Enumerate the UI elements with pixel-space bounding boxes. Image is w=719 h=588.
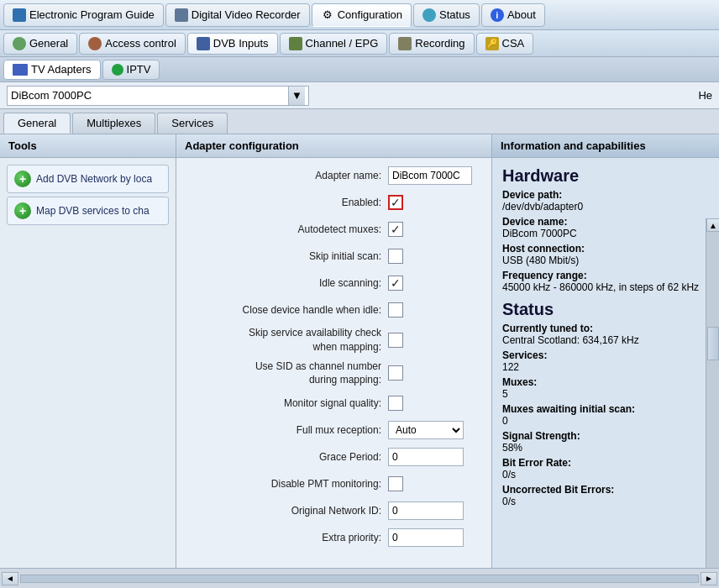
scroll-up-button[interactable]: ▲: [706, 218, 719, 232]
nav-dvr[interactable]: Digital Video Recorder: [165, 3, 310, 27]
nav-general[interactable]: General: [3, 33, 77, 55]
dropdown-arrow[interactable]: ▼: [288, 87, 305, 105]
tv-icon: [13, 8, 26, 22]
label-extra-priority: Extra priority:: [186, 532, 388, 543]
tools-header: Tools: [0, 134, 176, 158]
scroll-right-button[interactable]: ►: [701, 572, 717, 585]
control-extra-priority: [388, 528, 464, 547]
checkbox-enabled[interactable]: ✓: [388, 195, 403, 210]
nav-channel[interactable]: Channel / EPG: [280, 33, 388, 55]
config-panel: Adapter configuration Adapter name: Enab…: [176, 134, 492, 568]
nav-recording[interactable]: Recording: [389, 33, 474, 55]
checkbox-disable-pmt[interactable]: [388, 476, 403, 491]
host-conn-value: USB (480 Mbit/s): [502, 255, 709, 266]
help-text: He: [698, 89, 712, 102]
device-name-value: DiBcom 7000PC: [502, 228, 709, 239]
eye-icon: [422, 8, 436, 22]
nav-epg-label: Electronic Program Guide: [29, 8, 155, 21]
tab-iptv-label: IPTV: [127, 63, 151, 76]
input-grace-period[interactable]: [388, 448, 464, 466]
control-enabled: ✓: [388, 195, 403, 210]
map-dvb-button[interactable]: + Map DVB services to cha: [7, 197, 169, 225]
field-orig-network: Original Network ID:: [186, 500, 481, 522]
tab-multiplexes[interactable]: Multiplexes: [72, 113, 155, 134]
top-nav: Electronic Program Guide Digital Video R…: [0, 0, 719, 30]
checkbox-idle-scanning[interactable]: ✓: [388, 276, 403, 291]
add-dvb-button[interactable]: + Add DVB Network by loca: [7, 165, 169, 193]
nav-csa-label: CSA: [502, 37, 525, 50]
checkbox-skip-service[interactable]: [388, 333, 403, 348]
field-adapter-name: Adapter name:: [186, 165, 481, 186]
label-full-mux: Full mux reception:: [186, 424, 388, 436]
nav-about[interactable]: i About: [481, 3, 545, 27]
horizontal-scrollbar: ◄ ►: [0, 568, 719, 588]
person-icon: [13, 37, 26, 50]
checkbox-autodetect[interactable]: ✓: [388, 222, 403, 237]
checkmark-enabled: ✓: [391, 197, 401, 208]
nav-dvbinputs-label: DVB Inputs: [213, 37, 269, 50]
nav-status-label: Status: [439, 8, 470, 21]
control-orig-network: [388, 501, 464, 520]
label-autodetect: Autodetect muxes:: [186, 223, 388, 235]
add-dvb-icon: +: [14, 171, 31, 187]
label-grace-period: Grace Period:: [186, 451, 388, 463]
device-path-label: Device path:: [502, 189, 709, 201]
key-icon: 🔑: [485, 37, 499, 50]
dvb-icon: [197, 37, 210, 50]
control-adapter-name: [388, 166, 472, 185]
hardware-title: Hardware: [502, 166, 709, 186]
gear-icon: ⚙: [321, 8, 334, 22]
muxes-awaiting-value: 0: [502, 415, 709, 427]
field-skip-initial: Skip initial scan:: [186, 245, 481, 267]
checkbox-close-device[interactable]: [388, 302, 403, 318]
scroll-left-button[interactable]: ◄: [2, 572, 18, 585]
info-panel: Information and capabilities Hardware De…: [492, 134, 719, 568]
scroll-thumb[interactable]: [707, 327, 719, 360]
nav-csa[interactable]: 🔑 CSA: [476, 33, 534, 55]
iptv-icon: [112, 64, 123, 76]
tab-general[interactable]: General: [3, 113, 71, 134]
label-enabled: Enabled:: [186, 197, 388, 208]
adapter-dropdown[interactable]: DiBcom 7000PC ▼: [7, 86, 309, 106]
select-full-mux[interactable]: Auto On Off: [388, 421, 464, 439]
nav-about-label: About: [507, 8, 536, 21]
control-monitor-signal: [388, 396, 403, 411]
input-extra-priority[interactable]: [388, 528, 464, 547]
field-monitor-signal: Monitor signal quality:: [186, 392, 481, 414]
nav-general-label: General: [29, 37, 68, 50]
input-adapter-name[interactable]: [388, 166, 472, 185]
bit-error-value: 0/s: [502, 469, 709, 480]
field-disable-pmt: Disable PMT monitoring:: [186, 473, 481, 495]
tab-iptv[interactable]: IPTV: [102, 60, 160, 80]
tabs-row: General Multiplexes Services: [0, 109, 719, 134]
nav-status[interactable]: Status: [413, 3, 480, 27]
label-use-sid: Use SID as channel numberduring mapping:: [186, 360, 388, 388]
nav-epg[interactable]: Electronic Program Guide: [3, 3, 164, 27]
map-dvb-icon: +: [14, 202, 31, 219]
checkbox-use-sid[interactable]: [388, 365, 403, 381]
checkbox-monitor-signal[interactable]: [388, 396, 403, 411]
tuned-to-value: Central Scotland: 634,167 kHz: [502, 334, 709, 346]
checkbox-skip-initial[interactable]: [388, 249, 403, 264]
nav-dvbinputs[interactable]: DVB Inputs: [187, 33, 278, 55]
config-title: Adapter configuration: [185, 139, 299, 152]
field-extra-priority: Extra priority:: [186, 527, 481, 549]
scroll-track[interactable]: [20, 575, 699, 583]
control-grace-period: [388, 448, 464, 466]
info-icon: i: [491, 8, 504, 22]
config-header: Adapter configuration: [176, 134, 491, 158]
freq-range-value: 45000 kHz - 860000 kHz, in steps of 62 k…: [502, 281, 709, 293]
app-window: Electronic Program Guide Digital Video R…: [0, 0, 719, 588]
input-orig-network[interactable]: [388, 501, 464, 520]
tab-multiplexes-label: Multiplexes: [87, 117, 141, 129]
lock-icon: [88, 37, 102, 50]
second-nav: General Access control DVB Inputs Channe…: [0, 30, 719, 57]
map-dvb-label: Map DVB services to cha: [36, 205, 150, 217]
control-autodetect: ✓: [388, 222, 403, 237]
tab-tvadapters[interactable]: TV Adapters: [3, 60, 101, 80]
nav-config[interactable]: ⚙ Configuration: [312, 3, 412, 27]
nav-access[interactable]: Access control: [79, 33, 186, 55]
tab-tvadapters-label: TV Adapters: [31, 63, 92, 76]
adapter-dropdown-value: DiBcom 7000PC: [11, 89, 288, 102]
tab-services[interactable]: Services: [157, 113, 228, 134]
